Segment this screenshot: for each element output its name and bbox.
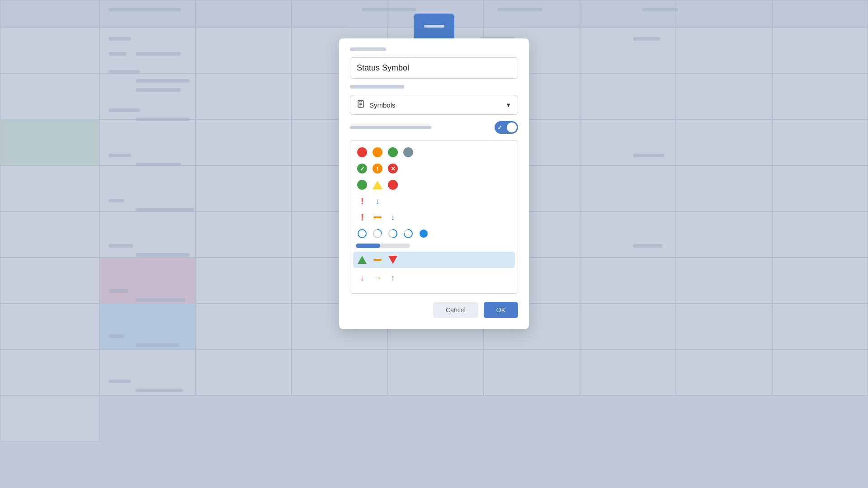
symbols-dropdown[interactable]: Symbols ▼ bbox=[350, 95, 518, 115]
blue-down-arrow-symbol[interactable]: ↓ bbox=[371, 195, 384, 207]
progress-25-symbol[interactable] bbox=[371, 227, 384, 240]
svg-point-5 bbox=[420, 230, 428, 238]
progress-bar-symbol[interactable] bbox=[356, 244, 410, 248]
modal-tab-line bbox=[424, 25, 444, 28]
orange-dash-symbol[interactable] bbox=[371, 211, 384, 224]
dropdown-arrow-icon: ▼ bbox=[505, 102, 511, 108]
modal-overlay: Symbols ▼ ✓ bbox=[0, 0, 868, 488]
svg-point-1 bbox=[358, 230, 366, 238]
subtitle-decoration bbox=[350, 85, 404, 89]
toggle-check-icon: ✓ bbox=[497, 124, 502, 131]
svg-rect-0 bbox=[360, 101, 362, 102]
symbol-grid[interactable]: ✓ ! ✕ bbox=[350, 140, 518, 294]
symbol-row-progress-bar bbox=[356, 244, 512, 248]
ok-button[interactable]: OK bbox=[484, 302, 518, 318]
modal-footer: Cancel OK bbox=[350, 302, 518, 318]
symbol-row-excl-arrow: ! ↓ bbox=[356, 195, 512, 207]
warning-circle-symbol[interactable]: ! bbox=[371, 162, 384, 175]
green-circle-traffic-symbol[interactable] bbox=[356, 178, 368, 191]
yellow-triangle-symbol[interactable] bbox=[371, 178, 384, 191]
title-input[interactable] bbox=[350, 57, 518, 79]
green-up-arrow-symbol[interactable]: ↑ bbox=[387, 272, 399, 284]
red-circle-traffic-symbol[interactable] bbox=[387, 178, 399, 191]
symbol-row-progress-circles bbox=[356, 227, 512, 240]
gray-circle-symbol[interactable] bbox=[402, 146, 415, 159]
green-up-triangle-symbol[interactable] bbox=[356, 253, 368, 266]
green-circle-symbol[interactable] bbox=[387, 146, 399, 159]
red-exclamation-2-symbol[interactable]: ! bbox=[356, 211, 368, 224]
orange-dash-2-symbol[interactable] bbox=[371, 253, 384, 266]
dropdown-clipboard-icon bbox=[357, 100, 365, 110]
red-circle-symbol[interactable] bbox=[356, 146, 368, 159]
symbol-row-colored-arrows: ↓ → ↑ bbox=[356, 272, 512, 284]
symbol-row-excl-dash-arrow: ! ↓ bbox=[356, 211, 512, 224]
orange-circle-symbol[interactable] bbox=[371, 146, 384, 159]
progress-100-symbol[interactable] bbox=[417, 227, 430, 240]
symbol-row-circles bbox=[356, 146, 512, 159]
toggle-switch[interactable]: ✓ bbox=[495, 121, 518, 134]
red-exclamation-symbol[interactable]: ! bbox=[356, 195, 368, 207]
symbol-row-traffic bbox=[356, 178, 512, 191]
modal-dialog: Symbols ▼ ✓ bbox=[339, 38, 529, 329]
progress-0-symbol[interactable] bbox=[356, 227, 368, 240]
x-circle-symbol[interactable]: ✕ bbox=[387, 162, 399, 175]
modal-header-decoration bbox=[350, 47, 386, 51]
modal-wrapper: Symbols ▼ ✓ bbox=[339, 14, 529, 329]
orange-right-arrow-symbol[interactable]: → bbox=[371, 272, 384, 284]
symbol-row-status-icons: ✓ ! ✕ bbox=[356, 162, 512, 175]
red-down-triangle-symbol[interactable] bbox=[387, 253, 399, 266]
check-circle-symbol[interactable]: ✓ bbox=[356, 162, 368, 175]
dropdown-label: Symbols bbox=[369, 101, 501, 109]
progress-50-symbol[interactable] bbox=[387, 227, 399, 240]
modal-tab[interactable] bbox=[414, 14, 454, 38]
toggle-description bbox=[350, 126, 431, 129]
red-down-arrow-symbol[interactable]: ↓ bbox=[356, 272, 368, 284]
toggle-row: ✓ bbox=[350, 121, 518, 134]
symbol-row-triangles-selected bbox=[353, 252, 515, 268]
blue-down-arrow-2-symbol[interactable]: ↓ bbox=[387, 211, 399, 224]
cancel-button[interactable]: Cancel bbox=[433, 302, 478, 318]
progress-75-symbol[interactable] bbox=[402, 227, 415, 240]
toggle-knob bbox=[507, 122, 517, 132]
